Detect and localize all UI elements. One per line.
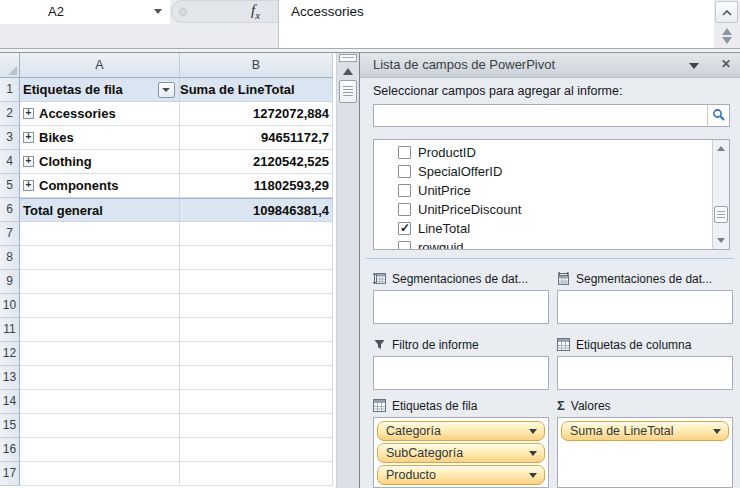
row-header-2[interactable]: 2 — [0, 102, 20, 126]
pivot-total-label-cell[interactable]: Total general — [20, 198, 180, 222]
checkbox-checked-icon[interactable] — [398, 222, 411, 235]
row-header-14[interactable]: 14 — [0, 390, 20, 414]
split-handle[interactable] — [339, 54, 357, 62]
row-header-13[interactable]: 13 — [0, 366, 20, 390]
row-header-16[interactable]: 16 — [0, 438, 20, 462]
pivot-category-cell[interactable]: Components — [20, 174, 180, 198]
empty-cell[interactable] — [180, 246, 333, 270]
row-header-17[interactable]: 17 — [0, 462, 20, 486]
empty-cell[interactable] — [180, 462, 333, 486]
checkbox-icon[interactable] — [398, 184, 411, 197]
row-header-15[interactable]: 15 — [0, 414, 20, 438]
row-header-3[interactable]: 3 — [0, 126, 20, 150]
pivot-value-cell[interactable]: 1272072,884 — [180, 102, 333, 126]
empty-cell[interactable] — [20, 390, 180, 414]
scroll-down-icon[interactable] — [722, 37, 732, 44]
expand-plus-icon[interactable] — [23, 132, 34, 143]
empty-cell[interactable] — [180, 342, 333, 366]
report-filter-dropzone[interactable] — [373, 356, 549, 390]
field-pill[interactable]: Categoría — [377, 421, 545, 441]
slicers-horizontal-dropzone[interactable] — [557, 290, 733, 324]
empty-cell[interactable] — [20, 222, 180, 246]
empty-cell[interactable] — [180, 294, 333, 318]
insert-function-button[interactable]: fx — [251, 2, 260, 21]
pivot-value-cell[interactable]: 94651172,7 — [180, 126, 333, 150]
panel-title-bar[interactable]: Lista de campos de PowerPivot ✕ — [360, 53, 740, 78]
empty-cell[interactable] — [180, 366, 333, 390]
field-list-scrollbar[interactable] — [712, 140, 729, 249]
scrollbar-up-icon[interactable] — [343, 68, 353, 75]
pivot-category-cell[interactable]: Clothing — [20, 150, 180, 174]
checkbox-icon[interactable] — [398, 146, 411, 159]
field-item[interactable]: UnitPriceDiscount — [374, 200, 729, 219]
pivot-category-cell[interactable]: Accessories — [20, 102, 180, 126]
empty-cell[interactable] — [180, 438, 333, 462]
search-button[interactable] — [707, 105, 729, 126]
pill-dropdown-icon[interactable] — [529, 451, 537, 456]
pill-dropdown-icon[interactable] — [529, 429, 537, 434]
expand-plus-icon[interactable] — [23, 180, 34, 191]
checkbox-icon[interactable] — [398, 165, 411, 178]
field-item[interactable]: rowguid — [374, 238, 729, 250]
worksheet-vertical-scrollbar[interactable] — [336, 53, 359, 488]
scrollbar-down-icon[interactable] — [717, 238, 725, 243]
expand-plus-icon[interactable] — [23, 108, 34, 119]
formula-bar-scroll[interactable] — [714, 24, 740, 44]
values-dropzone[interactable]: Suma de LineTotal — [557, 417, 733, 488]
formula-bar-collapse-button[interactable] — [715, 1, 738, 23]
field-search-box[interactable] — [373, 104, 730, 127]
field-pill[interactable]: Suma de LineTotal — [561, 421, 729, 441]
row-header-9[interactable]: 9 — [0, 270, 20, 294]
field-pill[interactable]: Producto — [377, 465, 545, 485]
empty-cell[interactable] — [180, 318, 333, 342]
row-header-7[interactable]: 7 — [0, 222, 20, 246]
row-header-4[interactable]: 4 — [0, 150, 20, 174]
empty-cell[interactable] — [20, 318, 180, 342]
name-box-dropdown-icon[interactable] — [154, 9, 162, 14]
field-item[interactable]: SpecialOfferID — [374, 162, 729, 181]
row-header-6[interactable]: 6 — [0, 198, 20, 222]
empty-cell[interactable] — [20, 438, 180, 462]
column-header-a[interactable]: A — [20, 53, 180, 78]
field-item[interactable]: ProductID — [374, 143, 729, 162]
checkbox-icon[interactable] — [398, 203, 411, 216]
select-all-corner[interactable] — [0, 53, 20, 78]
column-labels-dropzone[interactable] — [557, 356, 733, 390]
pivot-values-header-cell[interactable]: Suma de LineTotal — [180, 78, 333, 102]
expand-plus-icon[interactable] — [23, 156, 34, 167]
pivot-total-value-cell[interactable]: 109846381,4 — [180, 198, 333, 222]
row-header-5[interactable]: 5 — [0, 174, 20, 198]
empty-cell[interactable] — [180, 270, 333, 294]
field-item[interactable]: LineTotal — [374, 219, 729, 238]
scrollbar-thumb[interactable] — [339, 80, 357, 103]
row-header-8[interactable]: 8 — [0, 246, 20, 270]
row-header-12[interactable]: 12 — [0, 342, 20, 366]
panel-close-icon[interactable]: ✕ — [721, 57, 731, 71]
name-box[interactable]: A2 — [0, 0, 170, 24]
row-header-10[interactable]: 10 — [0, 294, 20, 318]
row-header-11[interactable]: 11 — [0, 318, 20, 342]
field-item[interactable]: UnitPrice — [374, 181, 729, 200]
row-labels-filter-button[interactable] — [158, 82, 175, 98]
slicers-vertical-dropzone[interactable] — [373, 290, 549, 324]
empty-cell[interactable] — [20, 246, 180, 270]
pivot-row-labels-header-cell[interactable]: Etiquetas de fila — [20, 78, 180, 102]
empty-cell[interactable] — [180, 222, 333, 246]
row-header-1[interactable]: 1 — [0, 78, 20, 102]
empty-cell[interactable] — [20, 270, 180, 294]
empty-cell[interactable] — [20, 294, 180, 318]
column-header-b[interactable]: B — [180, 53, 333, 78]
scrollbar-thumb[interactable] — [714, 206, 728, 223]
pivot-value-cell[interactable]: 11802593,29 — [180, 174, 333, 198]
empty-cell[interactable] — [20, 366, 180, 390]
field-search-input[interactable] — [376, 106, 705, 126]
scroll-up-icon[interactable] — [722, 28, 732, 35]
row-labels-dropzone[interactable]: CategoríaSubCategoríaProducto — [373, 417, 549, 488]
empty-cell[interactable] — [20, 342, 180, 366]
empty-cell[interactable] — [180, 414, 333, 438]
scrollbar-up-icon[interactable] — [717, 146, 725, 151]
field-pill[interactable]: SubCategoría — [377, 443, 545, 463]
pill-dropdown-icon[interactable] — [529, 473, 537, 478]
empty-cell[interactable] — [20, 414, 180, 438]
empty-cell[interactable] — [20, 462, 180, 486]
